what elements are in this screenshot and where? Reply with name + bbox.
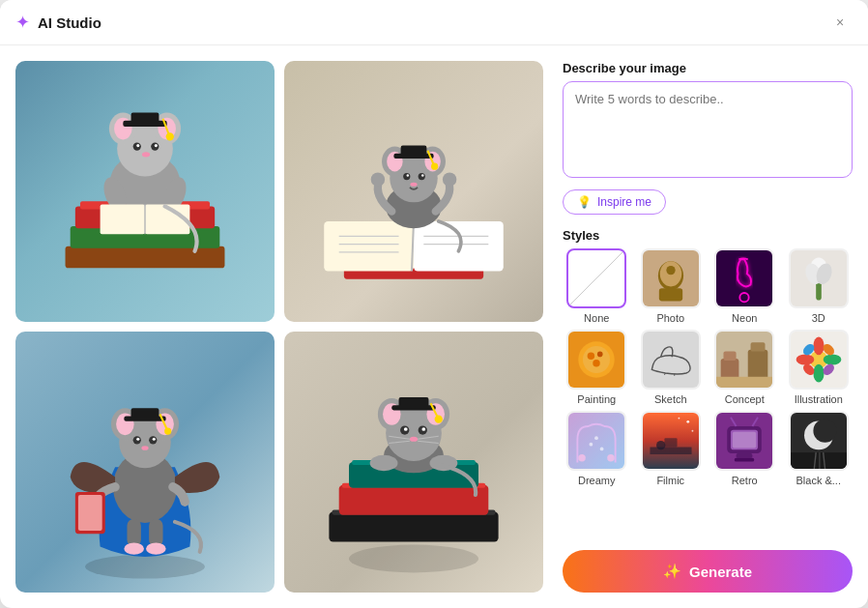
svg-rect-98 [399, 397, 429, 407]
describe-label: Describe your image [563, 61, 853, 75]
app-window: ✦ AI Studio × [0, 0, 868, 608]
svg-point-49 [371, 172, 385, 186]
style-thumb-illustration [789, 330, 849, 390]
style-thumb-concept [714, 330, 774, 390]
generated-image-4[interactable] [284, 332, 543, 593]
describe-section: Describe your image 💡 Inspire me [563, 61, 853, 215]
generate-label: Generate [689, 564, 752, 580]
generated-image-2[interactable] [284, 61, 543, 322]
svg-point-14 [142, 152, 150, 157]
svg-rect-119 [643, 332, 699, 388]
svg-rect-46 [401, 146, 427, 156]
svg-point-140 [607, 454, 614, 461]
describe-input[interactable] [563, 81, 853, 178]
style-3d[interactable]: 3D [785, 248, 854, 324]
svg-point-91 [421, 427, 425, 431]
styles-label: Styles [563, 228, 853, 243]
generate-icon: ✨ [663, 563, 681, 580]
style-neon[interactable]: Neon [710, 248, 779, 324]
style-none[interactable]: None [563, 248, 631, 324]
svg-point-118 [593, 360, 600, 366]
svg-point-62 [141, 446, 148, 450]
svg-point-61 [153, 438, 156, 441]
image-grid [15, 61, 543, 593]
svg-point-44 [410, 183, 417, 187]
style-thumb-painting [566, 330, 626, 390]
svg-point-71 [124, 542, 144, 554]
style-photo[interactable]: Photo [637, 248, 706, 324]
style-concept[interactable]: Concept [710, 330, 779, 405]
svg-point-41 [419, 173, 425, 180]
svg-point-143 [594, 436, 598, 440]
svg-rect-154 [733, 432, 756, 449]
generated-image-3[interactable] [15, 332, 275, 593]
svg-rect-21 [101, 204, 145, 234]
svg-point-81 [370, 455, 398, 471]
svg-point-146 [656, 441, 665, 449]
style-label-photo: Photo [656, 312, 684, 324]
style-retro[interactable]: Retro [710, 411, 779, 486]
titlebar-left: ✦ AI Studio [15, 12, 101, 33]
main-content: Describe your image 💡 Inspire me Styles … [0, 45, 868, 608]
svg-point-132 [796, 354, 814, 364]
style-thumb-sketch [641, 330, 701, 390]
svg-rect-145 [650, 448, 691, 454]
style-label-dreamy: Dreamy [578, 475, 616, 486]
style-sketch[interactable]: Sketch [637, 330, 706, 405]
app-title: AI Studio [38, 14, 101, 31]
style-thumb-blackwhite [789, 411, 849, 471]
style-illustration[interactable]: Illustration [785, 330, 854, 405]
svg-point-131 [813, 364, 824, 383]
svg-point-13 [155, 144, 158, 147]
svg-point-90 [404, 427, 408, 431]
inspire-icon: 💡 [577, 195, 592, 209]
svg-point-60 [136, 438, 139, 441]
style-label-sketch: Sketch [654, 393, 687, 405]
svg-rect-147 [664, 438, 677, 447]
style-dreamy[interactable]: Dreamy [563, 411, 631, 486]
svg-point-161 [813, 420, 836, 443]
svg-point-92 [410, 437, 418, 442]
style-label-none: None [584, 312, 609, 324]
style-thumb-dreamy [566, 411, 626, 471]
svg-point-48 [431, 163, 438, 170]
style-thumb-filmic [641, 411, 701, 471]
style-label-3d: 3D [812, 312, 825, 324]
svg-point-142 [600, 448, 604, 451]
style-label-retro: Retro [732, 475, 758, 486]
svg-rect-162 [791, 452, 847, 469]
svg-rect-70 [149, 519, 162, 547]
styles-section: Styles None [563, 228, 853, 486]
svg-point-116 [588, 353, 594, 360]
generated-image-1[interactable] [15, 61, 275, 322]
style-thumb-retro [714, 411, 774, 471]
inspire-label: Inspire me [597, 195, 651, 209]
right-panel: Describe your image 💡 Inspire me Styles … [563, 61, 853, 593]
titlebar: ✦ AI Studio × [0, 0, 868, 45]
styles-grid: None Photo [563, 248, 853, 486]
svg-rect-74 [329, 512, 498, 542]
svg-point-73 [349, 545, 478, 573]
svg-point-43 [421, 174, 423, 176]
svg-point-141 [590, 443, 593, 447]
svg-point-100 [435, 416, 443, 423]
svg-point-104 [666, 266, 675, 275]
style-painting[interactable]: Painting [563, 330, 631, 405]
svg-point-51 [85, 555, 205, 579]
style-thumb-photo [641, 248, 701, 308]
style-label-blackwhite: Black &... [796, 475, 841, 486]
close-button[interactable]: × [827, 10, 853, 35]
svg-rect-126 [751, 342, 766, 351]
generate-button[interactable]: ✨ Generate [563, 550, 853, 593]
svg-rect-16 [131, 113, 159, 123]
style-label-concept: Concept [725, 393, 765, 405]
style-filmic[interactable]: Filmic [637, 411, 706, 486]
svg-rect-69 [127, 519, 140, 547]
svg-point-148 [686, 420, 689, 423]
svg-rect-109 [816, 282, 822, 301]
svg-point-130 [813, 337, 824, 356]
style-blackwhite[interactable]: Black &... [785, 411, 854, 486]
inspire-button[interactable]: 💡 Inspire me [563, 189, 666, 215]
svg-rect-158 [735, 458, 755, 462]
svg-rect-64 [131, 408, 159, 418]
